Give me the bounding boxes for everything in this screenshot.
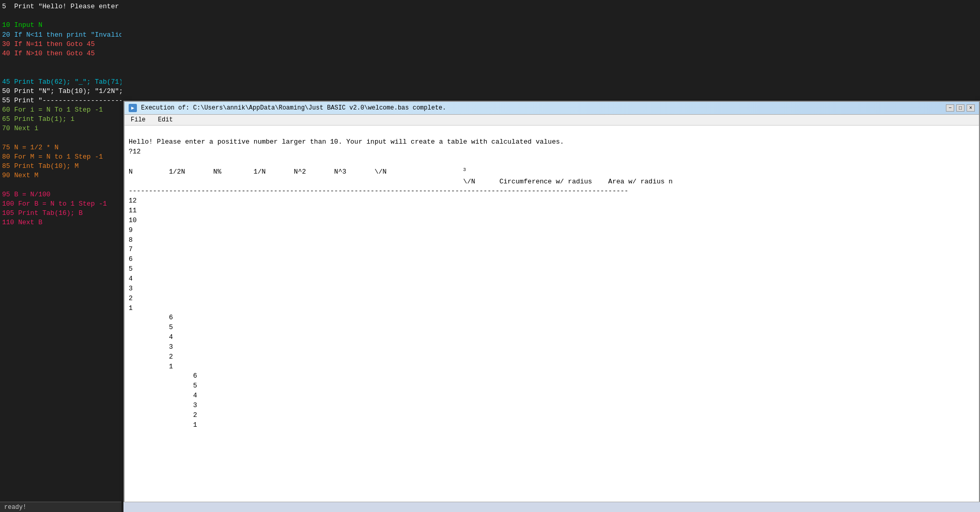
- code-line-65: 65 Print Tab(1); i: [0, 115, 121, 124]
- col3-values: 6 5 4 3 2 1: [129, 372, 197, 428]
- code-line-105: 105 Print Tab(16); B: [0, 209, 121, 218]
- code-line-blank3: [0, 68, 121, 77]
- code-line-85: 85 Print Tab(10); M: [0, 162, 121, 171]
- col1-values: 12 11 10 9 8 7 6 5 4 3 2 1: [129, 197, 137, 312]
- output-title-icon: ▶: [129, 104, 137, 112]
- output-window: ▶ Execution of: C:\Users\annik\AppData\R…: [123, 101, 980, 509]
- code-line-100: 100 For B = N to 1 Step -1: [0, 199, 121, 209]
- output-titlebar: ▶ Execution of: C:\Users\annik\AppData\R…: [125, 102, 979, 115]
- menu-edit[interactable]: Edit: [156, 116, 175, 124]
- output-header-row: N 1/2N N% 1/N N^2 N^3 \/N 3 \/N Circumfe…: [129, 168, 673, 185]
- code-line-110: 110 Next B: [0, 218, 121, 227]
- code-line-40: 40 If N>10 then Goto 45: [0, 49, 121, 58]
- intro-text: Hello! Please enter a positive number la…: [129, 138, 564, 156]
- code-line-50: 50 Print "N"; Tab(10); "1/2N"; Tab(20); …: [0, 87, 121, 96]
- code-line-20: 20 If N<11 then print "Invalid response.…: [0, 30, 121, 40]
- code-line-60: 60 For i = N To 1 Step -1: [0, 105, 121, 115]
- code-line-90: 90 Next M: [0, 171, 121, 180]
- code-line-blank5: [0, 181, 121, 190]
- code-line-30: 30 If N=11 then Goto 45: [0, 40, 121, 49]
- editor-status-text: ready!: [4, 504, 26, 511]
- output-separator: ----------------------------------------…: [129, 187, 628, 195]
- code-line-70: 70 Next i: [0, 124, 121, 133]
- code-line-45: 45 Print Tab(62); "_"; Tab(71); "3_": [0, 77, 121, 87]
- output-title-text: Execution of: C:\Users\annik\AppData\Roa…: [141, 104, 942, 112]
- window-controls: − □ ×: [946, 104, 975, 112]
- code-line-55: 55 Print "------------------------------…: [0, 96, 121, 105]
- menu-file[interactable]: File: [129, 116, 148, 124]
- code-line-5: 5 Print "Hello! Please enter a positive …: [0, 2, 121, 11]
- code-line-80: 80 For M = N to 1 Step -1: [0, 152, 121, 162]
- editor-status-bar: ready!: [0, 502, 121, 512]
- minimize-button[interactable]: −: [946, 104, 954, 112]
- code-line-blank2: [0, 58, 121, 68]
- code-line-10: 10 Input N: [0, 21, 121, 30]
- output-content: Hello! Please enter a positive number la…: [125, 126, 979, 508]
- output-menubar: File Edit: [125, 115, 979, 126]
- close-button[interactable]: ×: [967, 104, 975, 112]
- code-line-blank4: [0, 134, 121, 143]
- code-editor: 5 Print "Hello! Please enter a positive …: [0, 0, 121, 512]
- code-line-blank1: [0, 11, 121, 21]
- maximize-button[interactable]: □: [956, 104, 965, 112]
- col2-values: 6 5 4 3 2 1: [129, 314, 173, 370]
- code-line-75: 75 N = 1/2 * N: [0, 143, 121, 152]
- code-line-95: 95 B = N/100: [0, 190, 121, 199]
- output-status-bar: [123, 502, 980, 512]
